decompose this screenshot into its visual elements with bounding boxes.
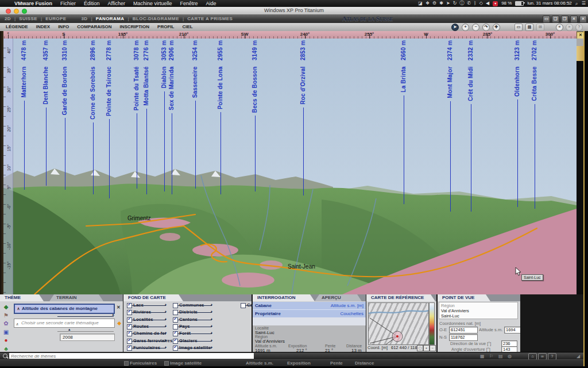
menu-tab-l-gende[interactable]: LÉGENDE — [6, 23, 28, 31]
book-icon[interactable]: ▤ — [498, 354, 503, 359]
layer-transparency-slider[interactable]: ▲ — [177, 348, 212, 348]
fullscreen-button[interactable]: ❐ — [561, 16, 568, 23]
menu-tab-ciel[interactable]: CIEL — [182, 23, 192, 31]
ns-field[interactable]: 118762 — [449, 334, 478, 341]
menu-tab-profil[interactable]: PROFIL — [157, 23, 174, 31]
mode-tab-suisse[interactable]: SUISSE — [19, 14, 37, 23]
layer-transparency-slider[interactable]: ▲ — [177, 305, 212, 306]
zoom-out-map-button[interactable]: − — [430, 345, 436, 351]
year-slider[interactable]: ▲ — [57, 331, 114, 332]
resize-grip-icon[interactable]: ◢ — [577, 354, 580, 359]
restore-button[interactable]: ❏ — [552, 16, 559, 23]
tab-apercu[interactable]: APERÇU — [315, 294, 362, 301]
collapse-caret-icon[interactable]: ∧ — [16, 306, 21, 312]
forward-button[interactable]: » — [566, 24, 573, 31]
print-icon[interactable]: ▦ — [480, 354, 485, 359]
mode-tab-2d[interactable]: 2D — [5, 14, 11, 23]
vm-window-titlebar[interactable]: Windows XP Pro Titanium — [0, 7, 588, 15]
tab-terrain[interactable]: TERRAIN — [49, 294, 103, 301]
close-button[interactable]: ✕ — [570, 16, 578, 23]
volume-icon[interactable]: ◀ — [486, 0, 489, 7]
menubar-item-0[interactable]: VMware Fusion — [10, 1, 56, 6]
layer-transparency-slider[interactable]: ▲ — [131, 312, 166, 313]
tab-theme[interactable]: THÈME — [0, 294, 44, 301]
minimize-button[interactable]: ▭ — [543, 16, 550, 23]
close-pane-button[interactable]: ✕ — [579, 16, 587, 23]
mail-button[interactable]: ✉ — [536, 24, 544, 31]
pov-alt-field[interactable]: 1694 — [504, 327, 521, 334]
mode-tab-europe[interactable]: EUROPE — [45, 14, 66, 23]
menubar-item-3[interactable]: Afficher — [104, 1, 129, 6]
badge-icon[interactable]: ◍ — [508, 354, 512, 359]
theme-icon-flag[interactable]: ⚑ — [2, 312, 10, 319]
query-row-cabane[interactable]: Cabane Altitude s.m. [m] — [253, 302, 366, 310]
airport-icon[interactable]: ◇ — [479, 0, 483, 7]
fan-icon[interactable]: ✱ — [439, 0, 443, 7]
menubar-item-5[interactable]: Fenêtre — [176, 1, 202, 6]
phone-icon[interactable]: ✆ — [467, 0, 471, 7]
menubar-item-2[interactable]: Édition — [80, 1, 104, 6]
query-row-proprietaire[interactable]: Propriétaire Couchettes — [253, 310, 366, 318]
layer-transparency-slider[interactable]: ▲ — [131, 341, 166, 342]
panorama-view[interactable] — [0, 39, 577, 294]
theme-icon-relief[interactable]: ◆ — [2, 303, 10, 310]
mode-tab-panorama[interactable]: PANORAMA — [96, 14, 125, 23]
menu-tab-index[interactable]: INDEX — [36, 23, 50, 31]
menubar-clock[interactable]: lun. 31 mars 08:06:52 — [527, 0, 571, 7]
mode-tab-carte-a-prismes[interactable]: CARTE A PRISMES — [187, 14, 233, 23]
settings-icon[interactable]: ⚙ — [432, 0, 436, 7]
zoom-in-button[interactable]: + — [462, 24, 469, 31]
spotlight-icon[interactable]: ⌕ — [575, 0, 578, 7]
menu-tab-inscription[interactable]: INSCRIPTION — [120, 23, 150, 31]
cursor-tool-button[interactable]: ➤ — [451, 24, 459, 31]
move-view-button[interactable]: ✚ — [493, 24, 500, 31]
reference-map[interactable] — [368, 302, 429, 345]
theme-icon-transport[interactable]: ● — [2, 336, 10, 344]
search-input[interactable] — [9, 353, 254, 359]
layer-transparency-slider[interactable]: ▲ — [131, 320, 166, 320]
menu-tab-comparaison[interactable]: COMPARAISON — [77, 23, 111, 31]
back-button[interactable]: « — [556, 24, 563, 31]
layer-transparency-slider[interactable]: ▲ — [177, 312, 212, 313]
zoom-out-button[interactable]: − — [472, 24, 479, 31]
menubar-item-6[interactable]: Aide — [202, 1, 220, 6]
vertical-scrollbar[interactable] — [577, 39, 583, 294]
layer-transparency-slider[interactable]: ▲ — [177, 327, 212, 327]
layer-transparency-slider[interactable]: ▲ — [177, 320, 212, 320]
scrollbar-thumb[interactable] — [577, 46, 583, 61]
layer-transparency-slider[interactable]: ▲ — [131, 348, 166, 348]
theme-icon-grid[interactable]: ▣ — [2, 328, 10, 336]
menubar-item-4[interactable]: Machine virtuelle — [129, 1, 176, 6]
combo-caret-icon[interactable]: ∧ — [16, 320, 18, 328]
zoom-in-map-button[interactable]: + — [423, 345, 430, 351]
oe-field[interactable]: 612451 — [449, 327, 478, 334]
layer-transparency-slider[interactable]: ▲ — [131, 334, 166, 334]
vmware-menu-icon[interactable]: ▾ — [493, 1, 498, 6]
year-field[interactable]: 2008 — [60, 334, 115, 341]
layer-transparency-slider[interactable]: ▲ — [131, 327, 166, 327]
measure-button[interactable]: ▭ — [514, 24, 523, 31]
info-icon[interactable]: ⓘ — [459, 0, 464, 7]
mode-tab-bloc-diagramme[interactable]: BLOC-DIAGRAMME — [133, 14, 179, 23]
flag-icon[interactable]: ⚐ — [489, 354, 493, 359]
remove-theme-icon[interactable]: ✕ — [117, 305, 121, 310]
layer-transparency-slider[interactable]: ▲ — [177, 334, 212, 334]
menubar-item-1[interactable]: Fichier — [56, 1, 80, 6]
vm-status-icon[interactable]: ◪ — [418, 0, 423, 7]
layers-icon[interactable]: ❖ — [425, 0, 430, 7]
rotate-view-button[interactable]: ↷ — [482, 24, 490, 31]
tab-interrogation[interactable]: INTERROGATION — [253, 294, 315, 301]
menu-tab-info[interactable]: INFO — [58, 23, 69, 31]
airplay-icon[interactable]: ➤ — [446, 0, 450, 7]
sync-icon[interactable]: ↻ — [453, 0, 457, 7]
bluetooth-icon[interactable]: ᛒ — [474, 0, 477, 7]
legend-book-button[interactable]: ▤ — [525, 24, 533, 31]
mode-tab-3d[interactable]: 3D — [81, 14, 87, 23]
help-round-button[interactable]: ? — [575, 24, 583, 31]
theme-icon-flower[interactable]: ✿ — [2, 320, 10, 327]
layer-transparency-slider[interactable]: ▲ — [177, 341, 212, 342]
notification-center-icon[interactable]: ☰ — [582, 0, 586, 7]
frame-button[interactable]: ▢ — [417, 345, 423, 351]
selected-theme-box[interactable]: ∧ Altitude des cabanes de montagne — [14, 304, 115, 314]
theme-transparency-slider[interactable]: ▲ — [57, 316, 114, 317]
